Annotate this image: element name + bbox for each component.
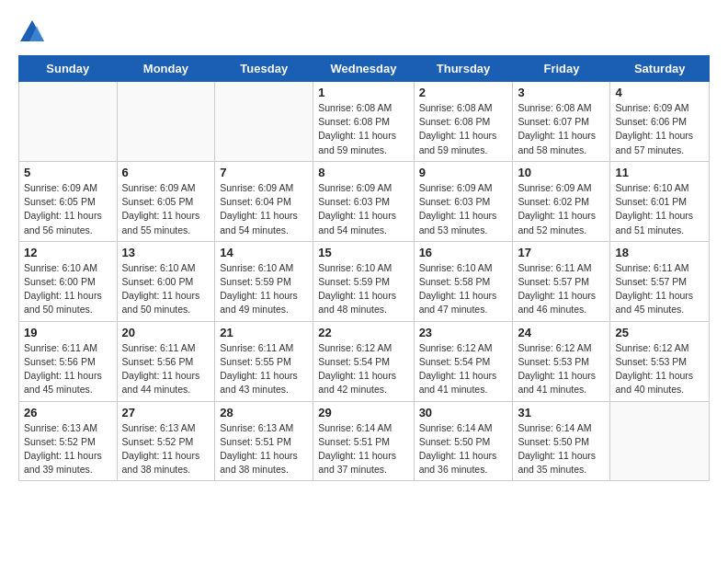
- weekday-header-monday: Monday: [117, 56, 215, 82]
- calendar-cell: 13Sunrise: 6:10 AM Sunset: 6:00 PM Dayli…: [117, 241, 215, 321]
- day-number: 17: [518, 246, 605, 259]
- day-info: Sunrise: 6:09 AM Sunset: 6:04 PM Dayligh…: [220, 181, 308, 237]
- calendar-cell: 5Sunrise: 6:09 AM Sunset: 6:05 PM Daylig…: [19, 161, 118, 241]
- calendar-week-row-2: 5Sunrise: 6:09 AM Sunset: 6:05 PM Daylig…: [19, 161, 710, 241]
- calendar-cell: 22Sunrise: 6:12 AM Sunset: 5:54 PM Dayli…: [313, 321, 414, 401]
- day-info: Sunrise: 6:10 AM Sunset: 6:01 PM Dayligh…: [615, 181, 704, 237]
- calendar-cell: 3Sunrise: 6:08 AM Sunset: 6:07 PM Daylig…: [513, 82, 610, 162]
- day-number: 10: [518, 166, 605, 179]
- calendar-cell: [215, 82, 313, 162]
- day-info: Sunrise: 6:08 AM Sunset: 6:07 PM Dayligh…: [518, 101, 605, 157]
- day-info: Sunrise: 6:13 AM Sunset: 5:52 PM Dayligh…: [24, 421, 112, 477]
- calendar-cell: 12Sunrise: 6:10 AM Sunset: 6:00 PM Dayli…: [19, 241, 118, 321]
- day-info: Sunrise: 6:09 AM Sunset: 6:03 PM Dayligh…: [318, 181, 408, 237]
- day-info: Sunrise: 6:09 AM Sunset: 6:02 PM Dayligh…: [518, 181, 605, 237]
- weekday-header-tuesday: Tuesday: [215, 56, 313, 82]
- calendar-cell: [19, 82, 118, 162]
- day-number: 29: [318, 406, 408, 419]
- logo-icon: [18, 18, 46, 46]
- day-number: 11: [615, 166, 704, 179]
- day-info: Sunrise: 6:09 AM Sunset: 6:05 PM Dayligh…: [122, 181, 210, 237]
- day-info: Sunrise: 6:12 AM Sunset: 5:54 PM Dayligh…: [318, 341, 408, 397]
- calendar-cell: 7Sunrise: 6:09 AM Sunset: 6:04 PM Daylig…: [215, 161, 313, 241]
- day-number: 12: [24, 246, 112, 259]
- calendar-cell: 20Sunrise: 6:11 AM Sunset: 5:56 PM Dayli…: [117, 321, 215, 401]
- day-number: 27: [122, 406, 210, 419]
- calendar-cell: 14Sunrise: 6:10 AM Sunset: 5:59 PM Dayli…: [215, 241, 313, 321]
- day-info: Sunrise: 6:10 AM Sunset: 5:59 PM Dayligh…: [318, 261, 408, 317]
- day-number: 8: [318, 166, 408, 179]
- day-number: 28: [220, 406, 308, 419]
- day-number: 26: [24, 406, 112, 419]
- calendar-cell: 8Sunrise: 6:09 AM Sunset: 6:03 PM Daylig…: [313, 161, 414, 241]
- calendar-cell: 9Sunrise: 6:09 AM Sunset: 6:03 PM Daylig…: [414, 161, 513, 241]
- weekday-header-row: SundayMondayTuesdayWednesdayThursdayFrid…: [19, 56, 710, 82]
- calendar-cell: 11Sunrise: 6:10 AM Sunset: 6:01 PM Dayli…: [610, 161, 710, 241]
- day-info: Sunrise: 6:14 AM Sunset: 5:50 PM Dayligh…: [419, 421, 508, 477]
- day-info: Sunrise: 6:09 AM Sunset: 6:05 PM Dayligh…: [24, 181, 112, 237]
- calendar-cell: [610, 401, 710, 481]
- calendar-week-row-4: 19Sunrise: 6:11 AM Sunset: 5:56 PM Dayli…: [19, 321, 710, 401]
- day-number: 21: [220, 326, 308, 339]
- day-number: 2: [419, 86, 508, 99]
- calendar-cell: 1Sunrise: 6:08 AM Sunset: 6:08 PM Daylig…: [313, 82, 414, 162]
- calendar-cell: 6Sunrise: 6:09 AM Sunset: 6:05 PM Daylig…: [117, 161, 215, 241]
- day-number: 30: [419, 406, 508, 419]
- day-number: 22: [318, 326, 408, 339]
- day-number: 24: [518, 326, 605, 339]
- day-info: Sunrise: 6:10 AM Sunset: 5:58 PM Dayligh…: [419, 261, 508, 317]
- day-number: 25: [615, 326, 704, 339]
- calendar-cell: 4Sunrise: 6:09 AM Sunset: 6:06 PM Daylig…: [610, 82, 710, 162]
- calendar-cell: 17Sunrise: 6:11 AM Sunset: 5:57 PM Dayli…: [513, 241, 610, 321]
- calendar-cell: 19Sunrise: 6:11 AM Sunset: 5:56 PM Dayli…: [19, 321, 118, 401]
- day-number: 16: [419, 246, 508, 259]
- calendar-table: SundayMondayTuesdayWednesdayThursdayFrid…: [18, 55, 710, 481]
- page-header: [18, 18, 710, 46]
- day-number: 15: [318, 246, 408, 259]
- day-number: 5: [24, 166, 112, 179]
- day-info: Sunrise: 6:11 AM Sunset: 5:55 PM Dayligh…: [220, 341, 308, 397]
- calendar-cell: 26Sunrise: 6:13 AM Sunset: 5:52 PM Dayli…: [19, 401, 118, 481]
- day-number: 18: [615, 246, 704, 259]
- calendar-week-row-1: 1Sunrise: 6:08 AM Sunset: 6:08 PM Daylig…: [19, 82, 710, 162]
- calendar-cell: 10Sunrise: 6:09 AM Sunset: 6:02 PM Dayli…: [513, 161, 610, 241]
- day-number: 13: [122, 246, 210, 259]
- calendar-cell: 18Sunrise: 6:11 AM Sunset: 5:57 PM Dayli…: [610, 241, 710, 321]
- logo: [18, 18, 50, 46]
- day-info: Sunrise: 6:11 AM Sunset: 5:57 PM Dayligh…: [615, 261, 704, 317]
- calendar-week-row-5: 26Sunrise: 6:13 AM Sunset: 5:52 PM Dayli…: [19, 401, 710, 481]
- day-info: Sunrise: 6:09 AM Sunset: 6:06 PM Dayligh…: [615, 101, 704, 157]
- day-info: Sunrise: 6:10 AM Sunset: 6:00 PM Dayligh…: [24, 261, 112, 317]
- day-number: 20: [122, 326, 210, 339]
- day-number: 7: [220, 166, 308, 179]
- day-info: Sunrise: 6:10 AM Sunset: 6:00 PM Dayligh…: [122, 261, 210, 317]
- calendar-cell: 16Sunrise: 6:10 AM Sunset: 5:58 PM Dayli…: [414, 241, 513, 321]
- day-number: 19: [24, 326, 112, 339]
- day-info: Sunrise: 6:11 AM Sunset: 5:56 PM Dayligh…: [24, 341, 112, 397]
- day-info: Sunrise: 6:12 AM Sunset: 5:54 PM Dayligh…: [419, 341, 508, 397]
- day-number: 4: [615, 86, 704, 99]
- calendar-cell: 27Sunrise: 6:13 AM Sunset: 5:52 PM Dayli…: [117, 401, 215, 481]
- calendar-cell: 28Sunrise: 6:13 AM Sunset: 5:51 PM Dayli…: [215, 401, 313, 481]
- day-info: Sunrise: 6:12 AM Sunset: 5:53 PM Dayligh…: [615, 341, 704, 397]
- calendar-cell: 24Sunrise: 6:12 AM Sunset: 5:53 PM Dayli…: [513, 321, 610, 401]
- calendar-week-row-3: 12Sunrise: 6:10 AM Sunset: 6:00 PM Dayli…: [19, 241, 710, 321]
- day-number: 6: [122, 166, 210, 179]
- day-number: 1: [318, 86, 408, 99]
- day-info: Sunrise: 6:11 AM Sunset: 5:57 PM Dayligh…: [518, 261, 605, 317]
- day-info: Sunrise: 6:08 AM Sunset: 6:08 PM Dayligh…: [419, 101, 508, 157]
- day-info: Sunrise: 6:13 AM Sunset: 5:52 PM Dayligh…: [122, 421, 210, 477]
- weekday-header-friday: Friday: [513, 56, 610, 82]
- day-number: 9: [419, 166, 508, 179]
- day-info: Sunrise: 6:14 AM Sunset: 5:51 PM Dayligh…: [318, 421, 408, 477]
- day-info: Sunrise: 6:13 AM Sunset: 5:51 PM Dayligh…: [220, 421, 308, 477]
- day-number: 23: [419, 326, 508, 339]
- weekday-header-thursday: Thursday: [414, 56, 513, 82]
- calendar-cell: 25Sunrise: 6:12 AM Sunset: 5:53 PM Dayli…: [610, 321, 710, 401]
- day-info: Sunrise: 6:12 AM Sunset: 5:53 PM Dayligh…: [518, 341, 605, 397]
- day-info: Sunrise: 6:10 AM Sunset: 5:59 PM Dayligh…: [220, 261, 308, 317]
- day-info: Sunrise: 6:09 AM Sunset: 6:03 PM Dayligh…: [419, 181, 508, 237]
- calendar-cell: 30Sunrise: 6:14 AM Sunset: 5:50 PM Dayli…: [414, 401, 513, 481]
- day-number: 14: [220, 246, 308, 259]
- calendar-cell: 23Sunrise: 6:12 AM Sunset: 5:54 PM Dayli…: [414, 321, 513, 401]
